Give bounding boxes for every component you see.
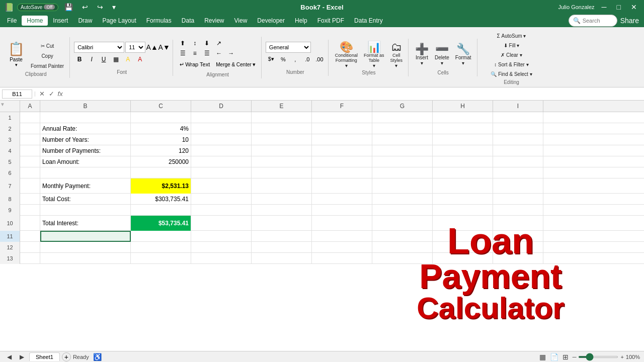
formula-input[interactable] xyxy=(66,90,642,98)
cell-i2[interactable] xyxy=(493,123,543,134)
menu-data-entry[interactable]: Data Entry xyxy=(349,16,388,26)
percent-button[interactable]: % xyxy=(278,54,289,65)
cell-c7[interactable]: $2,531.13 xyxy=(131,178,191,194)
merge-dropdown-icon[interactable]: ▾ xyxy=(253,61,256,68)
cell-d4[interactable] xyxy=(191,145,252,156)
cell-b3[interactable]: Number of Years: xyxy=(40,134,131,145)
cell-h13[interactable] xyxy=(433,253,493,264)
decrease-font-button[interactable]: A▼ xyxy=(158,42,170,53)
clear-button[interactable]: ✗ Clear ▾ xyxy=(481,50,542,59)
cell-g11[interactable] xyxy=(372,231,433,242)
minimize-button[interactable]: ─ xyxy=(599,2,610,12)
cond-fmt-dropdown[interactable]: ▾ xyxy=(345,63,348,68)
cell-h5[interactable] xyxy=(433,156,493,167)
sheet-tab-sheet1[interactable]: Sheet1 xyxy=(29,352,60,361)
cell-i13[interactable] xyxy=(493,253,543,264)
cell-h1[interactable] xyxy=(433,112,493,123)
select-all-icon[interactable]: ▼ xyxy=(0,102,5,107)
right-align-button[interactable]: ☰ xyxy=(201,49,212,58)
cell-g2[interactable] xyxy=(372,123,433,134)
copy-button[interactable]: Copy xyxy=(28,51,66,60)
cell-c5[interactable]: 250000 xyxy=(131,156,191,167)
cell-h10[interactable] xyxy=(433,216,493,231)
cell-a1[interactable] xyxy=(20,112,40,123)
cancel-formula-button[interactable]: ✕ xyxy=(38,90,46,98)
cell-h6[interactable] xyxy=(433,167,493,178)
currency-button[interactable]: $▾ xyxy=(266,54,277,65)
cell-e2[interactable] xyxy=(252,123,312,134)
zoom-out-button[interactable]: ─ xyxy=(573,354,577,360)
cell-a5[interactable] xyxy=(20,156,40,167)
cell-i4[interactable] xyxy=(493,145,543,156)
cell-h11[interactable] xyxy=(433,231,493,242)
menu-developer[interactable]: Developer xyxy=(252,16,290,26)
cell-b9[interactable] xyxy=(40,205,131,216)
underline-button[interactable]: U xyxy=(98,54,109,65)
delete-dropdown[interactable]: ▾ xyxy=(441,60,443,66)
cell-e5[interactable] xyxy=(252,156,312,167)
decrease-decimal-button[interactable]: .0 xyxy=(302,54,313,65)
cell-a11[interactable] xyxy=(20,231,40,242)
cell-f9[interactable] xyxy=(312,205,372,216)
cell-a7[interactable] xyxy=(20,178,40,194)
cell-i6[interactable] xyxy=(493,167,543,178)
cell-g1[interactable] xyxy=(372,112,433,123)
cell-i5[interactable] xyxy=(493,156,543,167)
cell-c3[interactable]: 10 xyxy=(131,134,191,145)
cell-d2[interactable] xyxy=(191,123,252,134)
cell-a9[interactable] xyxy=(20,205,40,216)
font-size-select[interactable]: 11 xyxy=(125,42,145,53)
cell-b11[interactable] xyxy=(40,231,131,242)
cell-e9[interactable] xyxy=(252,205,312,216)
autosave-badge[interactable]: AutoSave Off xyxy=(17,4,58,11)
cell-e4[interactable] xyxy=(252,145,312,156)
cell-g7[interactable] xyxy=(372,178,433,194)
cell-c11[interactable] xyxy=(131,231,191,242)
cell-a10[interactable] xyxy=(20,216,40,231)
col-header-a[interactable]: A xyxy=(20,101,40,112)
cell-c8[interactable]: $303,735.41 xyxy=(131,194,191,205)
insert-dropdown[interactable]: ▾ xyxy=(421,60,423,66)
cell-g6[interactable] xyxy=(372,167,433,178)
insert-button[interactable]: ➕ Insert ▾ xyxy=(413,41,431,69)
cell-g5[interactable] xyxy=(372,156,433,167)
autosave-toggle[interactable]: Off xyxy=(44,5,55,10)
cell-h7[interactable] xyxy=(433,178,493,194)
cell-h4[interactable] xyxy=(433,145,493,156)
cell-g13[interactable] xyxy=(372,253,433,264)
orientation-button[interactable]: ↗ xyxy=(213,39,224,48)
cell-f10[interactable] xyxy=(312,216,372,231)
cell-d7[interactable] xyxy=(191,178,252,194)
fill-color-button[interactable]: A xyxy=(122,54,133,65)
cell-d10[interactable] xyxy=(191,216,252,231)
format-painter-button[interactable]: Format Painter xyxy=(28,61,66,70)
menu-formulas[interactable]: Formulas xyxy=(141,16,177,26)
top-align-button[interactable]: ⬆ xyxy=(177,39,188,48)
conditional-formatting-button[interactable]: 🎨 ConditionalFormatting ▾ xyxy=(333,41,360,69)
border-button[interactable]: ▦ xyxy=(110,54,121,65)
autosum-button[interactable]: Σ AutoSum ▾ xyxy=(481,31,542,40)
cell-e1[interactable] xyxy=(252,112,312,123)
cell-f1[interactable] xyxy=(312,112,372,123)
cell-c12[interactable] xyxy=(131,242,191,253)
menu-data[interactable]: Data xyxy=(177,16,199,26)
increase-font-button[interactable]: A▲ xyxy=(146,42,157,53)
cell-a12[interactable] xyxy=(20,242,40,253)
menu-home[interactable]: Home xyxy=(22,16,48,26)
cell-g3[interactable] xyxy=(372,134,433,145)
fill-button[interactable]: ⬇ Fill ▾ xyxy=(481,41,542,50)
italic-button[interactable]: I xyxy=(86,54,97,65)
save-button[interactable]: 💾 xyxy=(61,2,76,12)
cell-i11[interactable] xyxy=(493,231,543,242)
customize-qat-button[interactable]: ▾ xyxy=(109,2,119,12)
cell-e10[interactable] xyxy=(252,216,312,231)
wrap-text-button[interactable]: ↵ Wrap Text xyxy=(177,59,212,70)
center-align-button[interactable]: ≡ xyxy=(189,49,200,58)
menu-draw[interactable]: Draw xyxy=(73,16,97,26)
cell-d11[interactable] xyxy=(191,231,252,242)
font-color-button[interactable]: A xyxy=(134,54,145,65)
cell-f8[interactable] xyxy=(312,194,372,205)
cell-d1[interactable] xyxy=(191,112,252,123)
cell-a13[interactable] xyxy=(20,253,40,264)
close-button[interactable]: ✕ xyxy=(628,2,640,12)
